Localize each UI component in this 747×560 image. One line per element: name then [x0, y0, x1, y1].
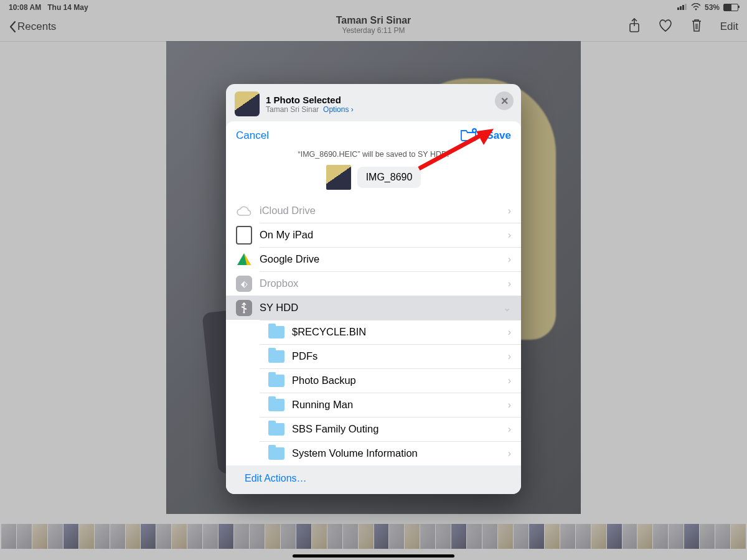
- folder-icon: [268, 324, 284, 340]
- folder-recycle-bin[interactable]: $RECYCLE.BIN ›: [226, 320, 521, 344]
- save-hint: “IMG_8690.HEIC” will be saved to SY HDD.: [226, 147, 521, 165]
- chevron-right-icon: ›: [508, 205, 511, 217]
- google-drive-icon: [236, 251, 252, 268]
- edit-actions-link[interactable]: Edit Actions…: [226, 465, 521, 494]
- folder-pdfs[interactable]: PDFs ›: [226, 344, 521, 368]
- save-button[interactable]: Save: [486, 129, 511, 142]
- chevron-right-icon: ›: [508, 399, 511, 411]
- location-sy-hdd[interactable]: SY HDD ⌄: [226, 296, 521, 320]
- ipad-icon: [236, 227, 252, 243]
- cancel-button[interactable]: Cancel: [236, 129, 269, 142]
- chevron-down-icon: ⌄: [503, 302, 511, 314]
- chevron-right-icon: ›: [508, 254, 511, 265]
- close-button[interactable]: ✕: [495, 91, 514, 110]
- new-folder-icon[interactable]: [460, 128, 477, 144]
- chevron-right-icon: ›: [508, 230, 511, 241]
- folder-system-volume-information[interactable]: System Volume Information ›: [226, 441, 521, 465]
- folder-running-man[interactable]: Running Man ›: [226, 393, 521, 417]
- usb-drive-icon: [236, 300, 252, 316]
- folder-icon: [268, 348, 284, 365]
- chevron-right-icon: ›: [508, 327, 511, 338]
- file-thumbnail: [326, 165, 351, 190]
- location-icloud[interactable]: iCloud Drive ›: [226, 198, 521, 223]
- chevron-right-icon: ›: [508, 424, 511, 435]
- home-indicator[interactable]: [293, 554, 454, 558]
- dropbox-icon: ⬖: [236, 276, 252, 292]
- share-subtitle: Taman Sri Sinar: [266, 105, 319, 114]
- share-title: 1 Photo Selected: [266, 95, 354, 105]
- folder-icon: [268, 446, 284, 462]
- chevron-right-icon: ›: [508, 448, 511, 459]
- chevron-right-icon: ›: [508, 375, 511, 386]
- chevron-right-icon: ›: [508, 351, 511, 362]
- location-google-drive[interactable]: Google Drive ›: [226, 247, 521, 271]
- close-icon: ✕: [500, 95, 509, 107]
- chevron-right-icon: ›: [508, 278, 511, 289]
- folder-sbs-family-outing[interactable]: SBS Family Outing ›: [226, 417, 521, 441]
- folder-icon: [268, 421, 284, 437]
- share-sheet: 1 Photo Selected Taman Sri Sinar Options…: [226, 84, 521, 494]
- share-sheet-header: 1 Photo Selected Taman Sri Sinar Options…: [226, 84, 521, 121]
- location-list[interactable]: iCloud Drive › On My iPad › Google Drive…: [226, 198, 521, 465]
- filename-field[interactable]: IMG_8690: [357, 167, 421, 188]
- location-on-my-ipad[interactable]: On My iPad ›: [226, 223, 521, 247]
- share-options-link[interactable]: Options ›: [323, 105, 354, 114]
- folder-icon: [268, 373, 284, 389]
- folder-icon: [268, 397, 284, 413]
- share-thumbnail: [235, 91, 260, 116]
- cloud-icon: [236, 203, 252, 219]
- location-dropbox[interactable]: ⬖ Dropbox ›: [226, 271, 521, 296]
- svg-point-7: [243, 311, 245, 313]
- folder-photo-backup[interactable]: Photo Backup ›: [226, 368, 521, 393]
